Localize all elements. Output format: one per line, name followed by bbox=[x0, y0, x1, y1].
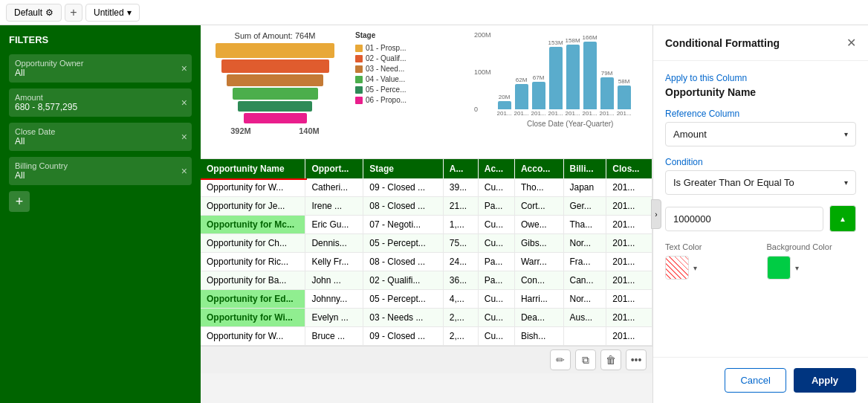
table-cell-8-5: Bish... bbox=[514, 327, 563, 346]
bar-rect-5 bbox=[583, 42, 597, 109]
table-cell-2-2: 07 - Negoti... bbox=[363, 216, 443, 234]
filter-billing-country-label: Billing Country bbox=[15, 161, 186, 170]
filter-amount[interactable]: Amount 680 - 8,577,295 × bbox=[9, 88, 192, 117]
add-filter-button[interactable]: + bbox=[9, 191, 30, 212]
table-cell-6-2: 05 - Percept... bbox=[363, 290, 443, 309]
text-color-label: Text Color bbox=[665, 242, 755, 251]
data-table: Opportunity Name Opport... Stage A... Ac… bbox=[201, 159, 652, 346]
bar-value-label-4: 158M bbox=[566, 37, 580, 44]
table-row[interactable]: Opportunity for W...Bruce ...09 - Closed… bbox=[201, 327, 652, 346]
chart-area: Sum of Amount: 764M 392M 140M Stage bbox=[201, 25, 652, 159]
bg-color-swatch[interactable] bbox=[767, 256, 791, 280]
bg-color-chevron-icon[interactable]: ▾ bbox=[795, 264, 799, 272]
add-tab-button[interactable]: + bbox=[65, 4, 82, 22]
stage-item-4: 04 - Value... bbox=[355, 75, 462, 83]
table-row[interactable]: Opportunity for Mc...Eric Gu...07 - Nego… bbox=[201, 216, 652, 234]
table-cell-8-0: Opportunity for W... bbox=[201, 327, 305, 346]
table-cell-4-1: Kelly Fr... bbox=[305, 253, 363, 271]
bg-color-label: Background Color bbox=[767, 242, 857, 251]
table-row[interactable]: Opportunity for Ba...John ...02 - Qualif… bbox=[201, 271, 652, 290]
condition-section: Condition Is Greater Than Or Equal To ▾ bbox=[665, 157, 856, 195]
apply-to-value: Opportunity Name bbox=[665, 86, 856, 98]
table-row[interactable]: Opportunity for Wi...Evelyn ...03 - Need… bbox=[201, 309, 652, 327]
collapse-panel-button[interactable]: › bbox=[651, 199, 661, 229]
panel-close-button[interactable]: ✕ bbox=[846, 36, 856, 50]
stage-dot-4 bbox=[355, 76, 363, 83]
bar-group-0: 20M201... bbox=[497, 94, 512, 117]
condition-value: Is Greater Than Or Equal To bbox=[673, 177, 794, 188]
table-cell-7-6: Aus... bbox=[563, 309, 606, 327]
text-color-swatch[interactable] bbox=[665, 256, 689, 280]
more-options-button[interactable]: ••• bbox=[626, 349, 647, 370]
copy-button[interactable]: ⧉ bbox=[575, 349, 596, 370]
col-header-billi: Billi... bbox=[563, 159, 606, 178]
bar-group-2: 67M201... bbox=[531, 74, 546, 117]
table-row[interactable]: Opportunity for Ed...Johnny...05 - Perce… bbox=[201, 290, 652, 309]
filter-opportunity-owner-label: Opportunity Owner bbox=[15, 59, 186, 68]
table-cell-0-1: Catheri... bbox=[305, 178, 363, 197]
table-row[interactable]: Opportunity for W...Catheri...09 - Close… bbox=[201, 178, 652, 197]
table-row[interactable]: Opportunity for Ric...Kelly Fr...08 - Cl… bbox=[201, 253, 652, 271]
bar-chart: 200M 100M 0 20M201...62M201...67M201...1… bbox=[468, 25, 652, 158]
stage-item-1: 01 - Prosp... bbox=[355, 44, 462, 52]
table-cell-3-4: Cu... bbox=[478, 234, 514, 253]
funnel-label-small: 140M bbox=[299, 126, 320, 135]
stage-dot-5 bbox=[355, 86, 363, 94]
filter-opportunity-owner-close[interactable]: × bbox=[181, 62, 187, 74]
apply-button[interactable]: Apply bbox=[794, 368, 856, 393]
stage-dot-3 bbox=[355, 65, 363, 73]
filter-billing-country[interactable]: Billing Country All × bbox=[9, 157, 192, 185]
bar-group-3: 153M201... bbox=[548, 39, 563, 117]
bars-container: 20M201...62M201...67M201...153M201...158… bbox=[494, 31, 647, 128]
chevron-down-icon-2: ▾ bbox=[844, 178, 848, 187]
table-cell-2-4: Cu... bbox=[478, 216, 514, 234]
funnel-bar-1 bbox=[216, 43, 334, 58]
filter-billing-country-close[interactable]: × bbox=[181, 165, 187, 177]
stage-label-1: 01 - Prosp... bbox=[366, 44, 406, 52]
reference-column-dropdown[interactable]: Amount ▾ bbox=[665, 122, 856, 146]
default-tab-label: Default bbox=[14, 7, 42, 18]
filter-close-date-value: All bbox=[15, 136, 186, 146]
table-cell-6-0: Opportunity for Ed... bbox=[201, 290, 305, 309]
table-wrapper: Opportunity Name Opport... Stage A... Ac… bbox=[201, 159, 652, 403]
bar-value-label-6: 79M bbox=[601, 70, 613, 77]
bar-rect-4 bbox=[566, 45, 580, 109]
funnel-bar-2 bbox=[221, 59, 329, 73]
bar-x-label-3: 201... bbox=[548, 110, 563, 117]
filters-title: FILTERS bbox=[9, 34, 192, 45]
table-cell-7-7: 201... bbox=[606, 309, 652, 327]
table-cell-3-2: 05 - Percept... bbox=[363, 234, 443, 253]
table-cell-2-7: 201... bbox=[606, 216, 652, 234]
table-cell-2-6: Tha... bbox=[563, 216, 606, 234]
edit-button[interactable]: ✏ bbox=[550, 349, 571, 370]
table-row[interactable]: Opportunity for Ch...Dennis...05 - Perce… bbox=[201, 234, 652, 253]
stage-legend-title: Stage bbox=[355, 31, 462, 39]
filters-sidebar: FILTERS Opportunity Owner All × Amount 6… bbox=[0, 25, 201, 403]
filter-close-date[interactable]: Close Date All × bbox=[9, 123, 192, 151]
filter-close-date-close[interactable]: × bbox=[181, 131, 187, 143]
col-header-owner: Opport... bbox=[305, 159, 363, 178]
text-color-chevron-icon[interactable]: ▾ bbox=[693, 264, 697, 272]
table-cell-5-0: Opportunity for Ba... bbox=[201, 271, 305, 290]
table-row[interactable]: Opportunity for Je...Irene ...08 - Close… bbox=[201, 197, 652, 216]
stage-item-6: 06 - Propo... bbox=[355, 96, 462, 104]
reference-column-label: Reference Column bbox=[665, 109, 856, 119]
stage-dot-6 bbox=[355, 97, 363, 104]
delete-button[interactable]: 🗑 bbox=[600, 349, 621, 370]
table-cell-4-2: 08 - Closed ... bbox=[363, 253, 443, 271]
condition-dropdown[interactable]: Is Greater Than Or Equal To ▾ bbox=[665, 170, 856, 195]
cancel-button[interactable]: Cancel bbox=[725, 368, 786, 393]
y-label-0: 0 bbox=[474, 106, 491, 113]
table-cell-0-4: Cu... bbox=[478, 178, 514, 197]
tab-untitled[interactable]: Untitled ▾ bbox=[85, 4, 140, 22]
filter-opportunity-owner[interactable]: Opportunity Owner All × bbox=[9, 54, 192, 83]
table-cell-0-6: Japan bbox=[563, 178, 606, 197]
panel-header: Conditional Formatting ✕ bbox=[653, 25, 868, 61]
stage-label-5: 05 - Perce... bbox=[366, 86, 406, 94]
condition-value-input[interactable] bbox=[665, 207, 823, 231]
condition-color-swatch[interactable]: ▲ bbox=[829, 205, 856, 232]
col-header-amount: A... bbox=[443, 159, 478, 178]
table-cell-1-7: 201... bbox=[606, 197, 652, 216]
tab-default[interactable]: Default ⚙ bbox=[6, 4, 62, 22]
filter-amount-close[interactable]: × bbox=[181, 97, 187, 109]
